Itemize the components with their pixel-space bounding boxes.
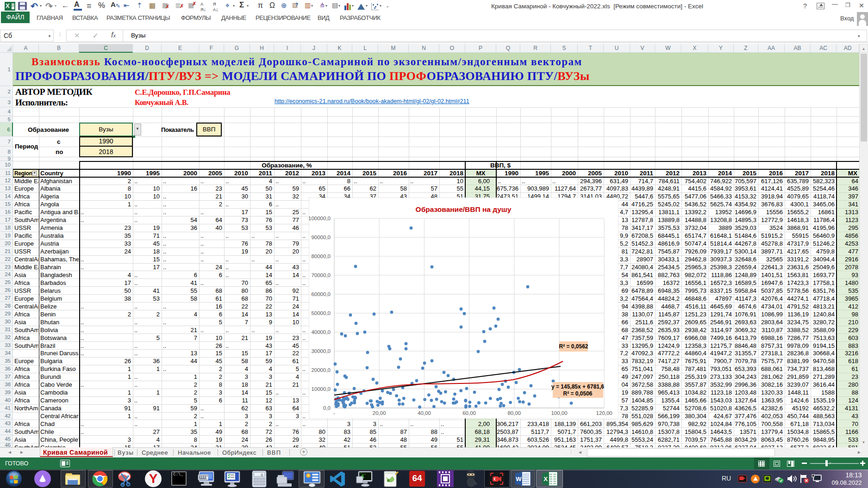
svg-text:40,00: 40,00 [418, 410, 431, 416]
svg-text:20000,0: 20000,0 [311, 367, 331, 373]
svg-text:40000,0: 40000,0 [311, 329, 331, 335]
svg-text:50000,0: 50000,0 [311, 310, 331, 316]
svg-text:y = 145,85x + 6781,6: y = 145,85x + 6781,6 [551, 383, 604, 390]
svg-text:-: - [333, 410, 335, 416]
svg-text:R² = 0,0506: R² = 0,0506 [563, 390, 592, 397]
svg-text:30000,0: 30000,0 [311, 348, 331, 354]
svg-text:Образование/ВВП на душу: Образование/ВВП на душу [416, 205, 512, 213]
svg-text:60,00: 60,00 [462, 410, 476, 416]
svg-text:100000,0: 100000,0 [309, 216, 331, 221]
svg-text:60000,0: 60000,0 [311, 291, 331, 297]
svg-text:100,00: 100,00 [551, 410, 567, 416]
svg-text:0: 0 [261, 473, 263, 477]
svg-text:W: W [516, 476, 522, 482]
svg-text:90000,0: 90000,0 [311, 235, 331, 240]
svg-text:20,00: 20,00 [373, 410, 386, 416]
svg-text:80,00: 80,00 [507, 410, 521, 416]
svg-text:120,00: 120,00 [596, 410, 612, 416]
svg-text:80000,0: 80000,0 [311, 253, 331, 259]
svg-text:R² = 0,0562: R² = 0,0562 [559, 343, 588, 350]
svg-text:10000,0: 10000,0 [311, 386, 331, 392]
svg-text:70000,0: 70000,0 [311, 272, 331, 278]
svg-text:X: X [543, 476, 548, 482]
svg-text:0,0: 0,0 [323, 405, 331, 411]
